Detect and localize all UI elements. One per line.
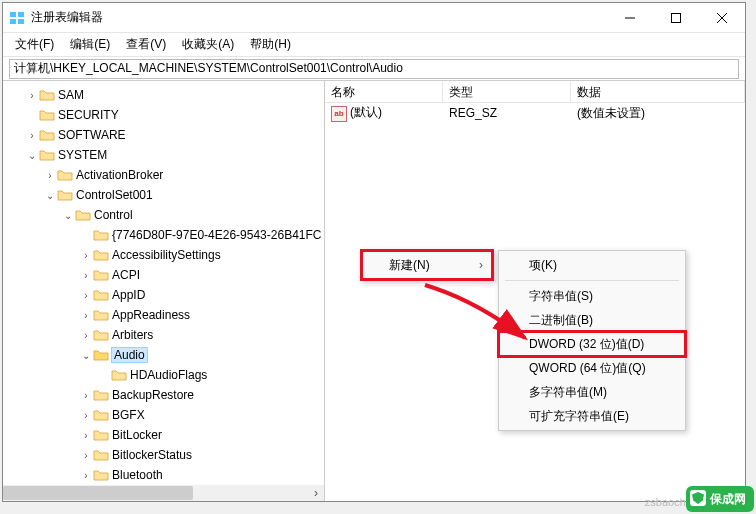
tree-item[interactable]: ⌄Audio [3,345,324,365]
tree-scrollbar[interactable]: ‹ › [3,485,324,501]
tree-item[interactable]: ›AccessibilitySettings [3,245,324,265]
menu-view[interactable]: 查看(V) [118,34,174,55]
tree-item[interactable]: ›Bluetooth [3,465,324,485]
tree-item[interactable]: ›BitLocker [3,425,324,445]
folder-icon [93,408,109,422]
tree-label: SAM [58,88,84,102]
tree-label: Audio [112,348,147,362]
scroll-thumb[interactable] [3,486,193,500]
context-menu-new: 新建(N) › [360,249,494,281]
col-type[interactable]: 类型 [443,81,571,102]
chevron-right-icon[interactable]: › [79,308,93,322]
tree-label: ControlSet001 [76,188,153,202]
ctx-item[interactable]: 二进制值(B) [499,308,685,332]
chevron-right-icon[interactable]: › [25,88,39,102]
chevron-right-icon[interactable]: › [25,128,39,142]
chevron-down-icon[interactable]: ⌄ [79,348,93,362]
titlebar: 注册表编辑器 [3,3,745,33]
col-name[interactable]: 名称 [325,81,443,102]
ctx-item[interactable]: DWORD (32 位)值(D) [499,332,685,356]
chevron-right-icon[interactable]: › [79,388,93,402]
svg-rect-2 [10,19,16,24]
tree-item[interactable]: {7746D80F-97E0-4E26-9543-26B41FC [3,225,324,245]
tree-item[interactable]: ›ActivationBroker [3,165,324,185]
close-button[interactable] [699,3,745,33]
tree-label: {7746D80F-97E0-4E26-9543-26B41FC [112,228,321,242]
chevron-right-icon[interactable]: › [79,408,93,422]
tree-label: SYSTEM [58,148,107,162]
window-title: 注册表编辑器 [31,9,607,26]
expand-spacer [97,368,111,382]
tree-label: Bluetooth [112,468,163,482]
list-header: 名称 类型 数据 [325,81,745,103]
tree-label: AppReadiness [112,308,190,322]
chevron-right-icon: › [479,258,483,272]
svg-rect-3 [18,19,24,24]
maximize-button[interactable] [653,3,699,33]
menubar: 文件(F) 编辑(E) 查看(V) 收藏夹(A) 帮助(H) [3,33,745,57]
tree-item[interactable]: ›Arbiters [3,325,324,345]
tree-label: ActivationBroker [76,168,163,182]
tree-item[interactable]: ⌄Control [3,205,324,225]
tree-label: HDAudioFlags [130,368,207,382]
tree-item[interactable]: ›BitlockerStatus [3,445,324,465]
tree-item[interactable]: ⌄ControlSet001 [3,185,324,205]
ctx-item[interactable]: QWORD (64 位)值(Q) [499,356,685,380]
ctx-item[interactable]: 可扩充字符串值(E) [499,404,685,428]
ctx-item[interactable]: 项(K) [499,253,685,277]
chevron-right-icon[interactable]: › [79,288,93,302]
tree-item[interactable]: SECURITY [3,105,324,125]
string-value-icon: ab [331,106,347,122]
chevron-right-icon[interactable]: › [79,468,93,482]
tree-item[interactable]: ›BGFX [3,405,324,425]
chevron-right-icon[interactable]: › [79,248,93,262]
menu-separator [505,280,679,281]
chevron-right-icon[interactable]: › [79,448,93,462]
chevron-down-icon[interactable]: ⌄ [61,208,75,222]
tree-item[interactable]: ›SAM [3,85,324,105]
ctx-item[interactable]: 多字符串值(M) [499,380,685,404]
menu-file[interactable]: 文件(F) [7,34,62,55]
svg-rect-5 [672,13,681,22]
tree-label: SECURITY [58,108,119,122]
folder-icon [57,188,73,202]
tree-item[interactable]: ›AppID [3,285,324,305]
ctx-item[interactable]: 字符串值(S) [499,284,685,308]
menu-fav[interactable]: 收藏夹(A) [174,34,242,55]
tree-label: Arbiters [112,328,153,342]
address-bar [3,57,745,81]
value-type: REG_SZ [443,106,571,120]
menu-help[interactable]: 帮助(H) [242,34,299,55]
chevron-right-icon[interactable]: › [79,268,93,282]
chevron-down-icon[interactable]: ⌄ [25,148,39,162]
chevron-right-icon[interactable]: › [79,428,93,442]
tree-item[interactable]: ›SOFTWARE [3,125,324,145]
menu-edit[interactable]: 编辑(E) [62,34,118,55]
tree-item[interactable]: ›AppReadiness [3,305,324,325]
list-row[interactable]: ab(默认) REG_SZ (数值未设置) [325,103,745,123]
tree-item[interactable]: ›ACPI [3,265,324,285]
registry-tree[interactable]: ›SAMSECURITY›SOFTWARE⌄SYSTEM›ActivationB… [3,81,324,485]
folder-icon [39,128,55,142]
tree-item[interactable]: HDAudioFlags [3,365,324,385]
scroll-right-icon[interactable]: › [308,485,324,501]
chevron-down-icon[interactable]: ⌄ [43,188,57,202]
chevron-right-icon[interactable]: › [79,328,93,342]
col-data[interactable]: 数据 [571,81,745,102]
svg-rect-0 [10,12,16,17]
tree-label: BGFX [112,408,145,422]
folder-icon [93,468,109,482]
folder-icon [93,348,109,362]
folder-icon [39,88,55,102]
badge-label: 保成网 [710,492,746,506]
shield-icon [692,492,704,504]
folder-icon [93,288,109,302]
path-input[interactable] [9,59,739,79]
minimize-button[interactable] [607,3,653,33]
tree-pane: ›SAMSECURITY›SOFTWARE⌄SYSTEM›ActivationB… [3,81,325,501]
tree-item[interactable]: ›BackupRestore [3,385,324,405]
tree-item[interactable]: ⌄SYSTEM [3,145,324,165]
chevron-right-icon[interactable]: › [43,168,57,182]
ctx-new[interactable]: 新建(N) › [363,252,491,278]
tree-label: BitlockerStatus [112,448,192,462]
